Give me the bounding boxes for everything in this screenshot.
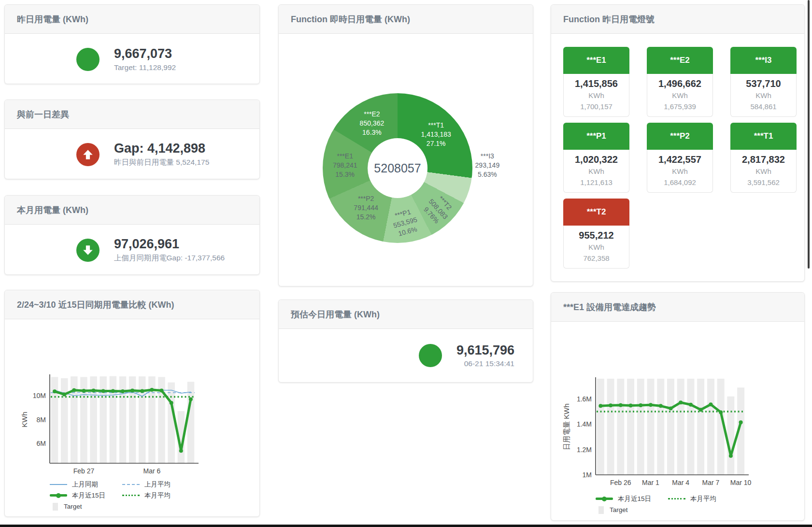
device-tile-header: ***T2 xyxy=(563,199,629,226)
device-tile: ***E11,415,856KWh1,700,157 xyxy=(563,47,629,117)
donut-label-line: 1,413,183 xyxy=(421,130,451,139)
donut-label-line: 27.1% xyxy=(421,139,451,148)
device-usage-unit: KWh xyxy=(647,166,712,177)
device-usage-target: 1,675,939 xyxy=(647,101,712,112)
legend-item[interactable]: 本月平均 xyxy=(122,491,259,500)
device-usage-value: 955,212 xyxy=(564,229,629,242)
donut-label-line: 791,444 xyxy=(354,203,378,213)
svg-text:1.4M: 1.4M xyxy=(577,420,592,428)
card-yesterday-lights: Function 昨日用電燈號 ***E11,415,856KWh1,700,1… xyxy=(551,4,805,282)
status-circle-icon xyxy=(419,344,442,367)
donut-slice-label: ***P2791,44415.2% xyxy=(354,194,378,222)
device-usage-unit: KWh xyxy=(647,90,712,101)
svg-text:Feb 27: Feb 27 xyxy=(73,467,95,474)
device-usage-unit: KWh xyxy=(564,166,629,177)
device-tile: ***P11,020,322KWh1,121,613 xyxy=(563,123,629,193)
device-usage-value: 1,422,557 xyxy=(647,153,712,166)
device-usage-value: 1,496,662 xyxy=(647,77,712,90)
donut-slice-label: ***T11,413,18327.1% xyxy=(421,121,451,148)
legend-marker-dot xyxy=(56,493,61,498)
scrollbar-thumb[interactable] xyxy=(808,0,810,269)
device-usage-value: 537,710 xyxy=(731,77,796,90)
donut-slice-label: ***E2850,36216.3% xyxy=(360,110,385,137)
device-tile-body: 1,415,856KWh1,700,157 xyxy=(563,74,629,117)
legend-swatch-dots xyxy=(668,498,685,499)
donut-total: 5208057 xyxy=(368,138,427,198)
trend-chart-svg: 1M1.2M1.4M1.6MFeb 26Mar 1Mar 4Mar 7Mar 1… xyxy=(551,365,804,488)
e1-trend-legend: 本月近15日本月平均Target xyxy=(596,493,804,515)
device-usage-target: 1,700,157 xyxy=(564,101,629,112)
svg-text:Mar 4: Mar 4 xyxy=(672,479,689,486)
legend-item[interactable]: 上月同期 xyxy=(50,480,122,489)
legend-swatch-thick xyxy=(50,494,67,497)
legend-label: Target xyxy=(610,506,628,513)
device-usage-target: 762,358 xyxy=(564,253,629,264)
device-tile: ***P21,422,557KWh1,684,092 xyxy=(647,123,713,193)
legend-item[interactable]: 本月近15日 xyxy=(596,495,668,503)
device-usage-value: 1,415,856 xyxy=(564,77,629,90)
compare-chart-svg: 6M8M10MFeb 27Mar 6KWh xyxy=(5,365,259,474)
legend-label: Target xyxy=(64,503,82,510)
compare-chart-legend: 上月同期上月平均本月近15日本月平均Target xyxy=(50,479,259,512)
card-month-usage: 本月用電量 (KWh) 97,026,961 上個月同期用電Gap: -17,3… xyxy=(4,195,260,275)
svg-text:KWh: KWh xyxy=(20,412,28,427)
yesterday-usage-value: 9,667,073 xyxy=(114,46,176,61)
month-usage-value: 97,026,961 xyxy=(114,237,225,252)
legend-swatch-block xyxy=(53,503,58,511)
e1-trend-chart: 1M1.2M1.4M1.6MFeb 26Mar 1Mar 4Mar 7Mar 1… xyxy=(551,365,804,488)
legend-marker-dot xyxy=(602,497,607,501)
card-realtime-donut: Function 即時日用電量 (KWh) 5208057 ***T11,413… xyxy=(278,4,533,286)
svg-text:10M: 10M xyxy=(33,392,46,399)
card-title: 預估今日用電量 (KWh) xyxy=(279,300,533,329)
card-title: 昨日用電量 (KWh) xyxy=(5,5,259,34)
legend-item[interactable]: Target xyxy=(596,506,668,514)
device-usage-unit: KWh xyxy=(564,90,629,101)
legend-item[interactable]: 上月平均 xyxy=(122,480,259,489)
card-title: Function 即時日用電量 (KWh) xyxy=(279,5,533,34)
card-day-gap: 與前一日差異 Gap: 4,142,898 昨日與前日用電量 5,524,175 xyxy=(4,100,260,179)
device-tile-header: ***E1 xyxy=(563,47,629,74)
legend-row: 上月同期上月平均 xyxy=(50,479,259,490)
legend-row: Target xyxy=(50,501,259,512)
device-usage-unit: KWh xyxy=(731,166,796,177)
donut-label-line: 15.3% xyxy=(333,170,357,179)
card-yesterday-usage: 昨日用電量 (KWh) 9,667,073 Target: 11,128,992 xyxy=(4,4,260,84)
month-usage-gap: 上個月同期用電Gap: -17,377,566 xyxy=(114,253,225,263)
card-title: 本月用電量 (KWh) xyxy=(5,196,259,225)
device-tile-body: 1,422,557KWh1,684,092 xyxy=(647,150,713,193)
estimate-timestamp: 06-21 15:34:41 xyxy=(456,359,514,368)
donut-label-line: ***E1 xyxy=(333,151,357,160)
legend-row: 本月近15日本月平均 xyxy=(596,493,804,504)
donut-label-line: 293,149 xyxy=(475,160,500,170)
device-tile-body: 1,496,662KWh1,675,939 xyxy=(647,74,713,117)
legend-item[interactable]: 本月平均 xyxy=(668,495,804,503)
legend-swatch-block xyxy=(598,506,604,514)
legend-swatch-thick xyxy=(596,498,613,500)
day-gap-value: Gap: 4,142,898 xyxy=(114,141,209,156)
card-title: Function 昨日用電燈號 xyxy=(551,5,804,34)
donut-slice-label: ***E1798,24115.3% xyxy=(333,151,357,179)
card-title: 與前一日差異 xyxy=(5,100,259,129)
svg-text:日用電量 KWh: 日用電量 KWh xyxy=(562,403,570,450)
card-estimate-today: 預估今日用電量 (KWh) 9,615,796 06-21 15:34:41 xyxy=(278,299,533,383)
device-usage-target: 3,591,562 xyxy=(731,177,796,188)
arrow-down-icon xyxy=(76,239,100,262)
device-tile-header: ***E2 xyxy=(647,47,713,74)
legend-label: 本月平均 xyxy=(690,495,716,503)
device-usage-target: 1,121,613 xyxy=(564,177,629,188)
device-tile-header: ***T1 xyxy=(730,123,797,150)
device-tile-header: ***P1 xyxy=(563,123,629,150)
legend-item[interactable]: Target xyxy=(50,503,122,511)
svg-text:6M: 6M xyxy=(37,440,46,447)
card-title: 2/24~3/10 近15日同期用電量比較 (KWh) xyxy=(5,290,259,319)
donut-label-line: ***P2 xyxy=(354,194,378,203)
device-tile: ***E21,496,662KWh1,675,939 xyxy=(647,47,713,117)
compare-chart: 6M8M10MFeb 27Mar 6KWh xyxy=(5,365,259,474)
donut-label-line: 15.2% xyxy=(354,213,378,222)
legend-item[interactable]: 本月近15日 xyxy=(50,491,122,500)
device-usage-unit: KWh xyxy=(731,90,796,101)
legend-swatch-line xyxy=(50,484,67,485)
donut-label-line: 5.63% xyxy=(475,170,500,179)
legend-label: 本月平均 xyxy=(144,491,171,500)
svg-text:8M: 8M xyxy=(37,416,46,424)
